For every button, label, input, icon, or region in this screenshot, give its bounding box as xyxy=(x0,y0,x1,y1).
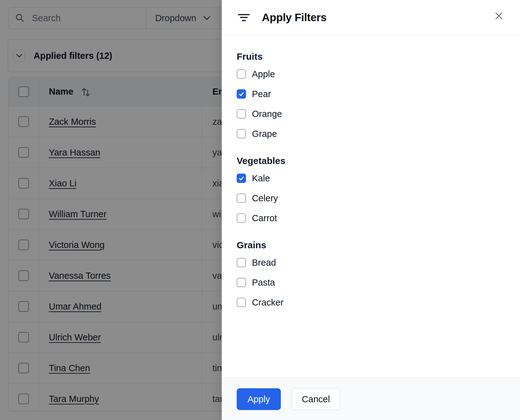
checkbox-unchecked[interactable] xyxy=(237,213,246,223)
filter-option-bread[interactable]: Bread xyxy=(237,253,508,273)
apply-filters-panel: Apply Filters Fruits Apple xyxy=(222,0,520,420)
close-button[interactable] xyxy=(491,8,506,23)
close-icon xyxy=(495,12,503,20)
filter-group-grains: Grains Bread Pasta Cracker xyxy=(237,240,508,312)
panel-header: Apply Filters xyxy=(222,0,520,35)
checkbox-unchecked[interactable] xyxy=(237,194,246,203)
filter-option-apple[interactable]: Apple xyxy=(237,64,508,84)
filter-option-grape[interactable]: Grape xyxy=(237,124,508,144)
filter-option-orange[interactable]: Orange xyxy=(237,104,508,124)
filter-icon xyxy=(238,14,250,21)
filter-option-celery[interactable]: Celery xyxy=(237,188,508,208)
cancel-button[interactable]: Cancel xyxy=(292,388,340,410)
checkbox-unchecked[interactable] xyxy=(237,278,246,287)
checkbox-checked[interactable] xyxy=(237,89,246,99)
filter-option-cracker[interactable]: Cracker xyxy=(237,292,508,312)
screen: Dropdown Applied filters (12) xyxy=(0,0,520,420)
filter-option-pasta[interactable]: Pasta xyxy=(237,273,508,292)
checkbox-unchecked[interactable] xyxy=(237,258,246,267)
filter-group-title: Vegetables xyxy=(237,156,508,166)
checkbox-unchecked[interactable] xyxy=(237,109,246,119)
panel-title: Apply Filters xyxy=(262,11,327,24)
filter-option-kale[interactable]: Kale xyxy=(237,168,508,188)
checkbox-unchecked[interactable] xyxy=(237,129,246,138)
filter-group-title: Grains xyxy=(237,240,508,250)
filter-group-title: Fruits xyxy=(237,52,508,61)
checkbox-unchecked[interactable] xyxy=(237,69,246,79)
filter-option-carrot[interactable]: Carrot xyxy=(237,208,508,228)
checkbox-checked[interactable] xyxy=(237,174,246,183)
filter-group-fruits: Fruits Apple Pear Orange xyxy=(237,52,508,144)
checkbox-unchecked[interactable] xyxy=(237,298,246,307)
checkmark-icon xyxy=(238,175,245,182)
filter-option-pear[interactable]: Pear xyxy=(237,84,508,104)
filter-group-vegetables: Vegetables Kale Celery Carrot xyxy=(237,156,508,228)
apply-button[interactable]: Apply xyxy=(237,388,281,410)
checkmark-icon xyxy=(238,91,245,97)
panel-body: Fruits Apple Pear Orange xyxy=(222,35,520,312)
panel-footer: Apply Cancel xyxy=(222,377,520,420)
